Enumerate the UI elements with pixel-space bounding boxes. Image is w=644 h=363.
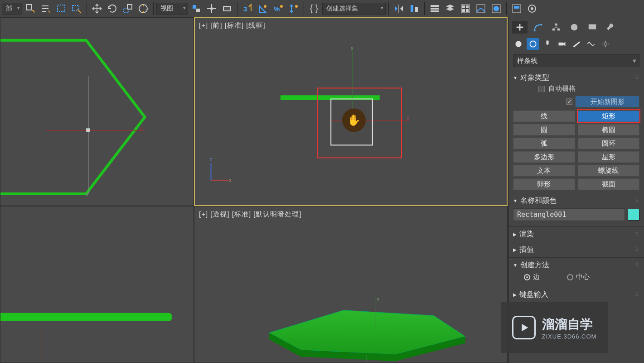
tab-display[interactable] [585,21,600,34]
shape-circle-button[interactable]: 圆 [513,124,575,136]
pan-cursor-icon: ✋ [342,108,366,132]
shape-subcategory-dropdown[interactable]: 样条线 [513,54,639,67]
autogrid-checkbox[interactable] [538,86,545,92]
ref-coord-dropdown[interactable]: 视图 [156,3,188,15]
svg-rect-4 [58,5,65,11]
select-by-name-icon[interactable] [39,1,53,16]
shape-text-button[interactable]: 文本 [513,165,575,177]
mirror-icon[interactable] [392,1,406,16]
shape-rectangle-button[interactable]: 矩形 [578,110,640,122]
layer-explorer-icon[interactable] [427,1,442,16]
svg-text:%: % [274,5,280,13]
rollout-creation-method-header[interactable]: ▼创建方法 ⠿ [513,260,639,270]
angle-snap-icon[interactable] [256,1,270,16]
render-setup-icon[interactable] [509,1,524,16]
cat-helpers-icon[interactable] [570,38,583,50]
rollout-render-header[interactable]: ▶渲染 ⠿ [513,230,639,239]
svg-text:x: x [407,115,409,121]
rectangular-region-icon[interactable] [54,1,68,16]
shape-star-button[interactable]: 星形 [578,151,640,163]
rollout-name-color-header[interactable]: ▼名称和颜色 ⠿ [513,196,639,206]
move-icon[interactable] [90,1,104,16]
tab-create[interactable] [512,21,528,34]
named-selset-braces-icon[interactable]: { } [307,1,321,16]
rollout-interpolation: ▶插值 ⠿ [508,242,644,257]
creation-center-radio[interactable]: 中心 [567,273,590,281]
cat-shapes-icon[interactable] [527,38,539,50]
object-name-input[interactable] [513,208,625,221]
shape-arc-button[interactable]: 弧 [513,137,575,149]
svg-rect-26 [466,5,469,8]
viewport-front[interactable]: [+] [前] [标准] [线框] y x z x ✋ [194,17,508,206]
manipulate-icon[interactable] [204,1,219,16]
material-editor-icon[interactable] [489,1,504,16]
schematic-view-icon[interactable] [474,1,488,16]
shape-line-button[interactable]: 线 [513,110,575,122]
select-object-icon[interactable] [23,1,38,16]
start-new-shape-button[interactable]: 开始新图形 [575,96,639,108]
svg-rect-62 [552,29,555,31]
svg-point-17 [280,5,283,8]
svg-text:z: z [210,157,213,162]
svg-rect-10 [196,9,200,12]
toggle-ribbon-icon[interactable] [443,1,457,16]
rollout-render-title: 渲染 [519,230,534,239]
keyboard-shortcut-icon[interactable] [220,1,234,16]
svg-rect-23 [431,10,439,12]
spinner-snap-icon[interactable] [286,1,301,16]
tab-hierarchy[interactable] [548,21,564,34]
rollout-keyboard-entry-header[interactable]: ▶键盘输入 ⠿ [513,290,639,299]
scale-icon[interactable] [121,1,135,16]
shape-egg-button[interactable]: 卵形 [513,178,575,190]
curve-editor-icon[interactable] [458,1,473,16]
shape-helix-button[interactable]: 螺旋线 [578,165,640,177]
cat-systems-icon[interactable] [599,38,612,50]
percent-snap-icon[interactable]: % [271,1,286,16]
selection-filter-dropdown[interactable]: 部 [2,3,22,15]
render-frame-icon[interactable] [525,1,539,16]
svg-point-31 [494,6,499,11]
tab-modify[interactable] [530,21,546,34]
cat-lights-icon[interactable] [541,38,554,50]
svg-rect-25 [462,5,465,8]
main-toolbar: 部 视图 3 % { [0,0,644,17]
svg-point-11 [210,7,213,10]
shape-ellipse-button[interactable]: 椭圆 [578,124,640,136]
svg-text:x: x [140,125,143,131]
viewport-top[interactable]: x z [0,17,194,206]
shape-section-button[interactable]: 截面 [578,178,640,190]
rollout-keyboard-entry: ▶键盘输入 ⠿ [508,287,644,302]
cat-spacewarps-icon[interactable] [585,38,597,50]
align-icon[interactable] [407,1,421,16]
svg-rect-9 [193,5,196,9]
svg-point-64 [571,24,578,31]
rotate-icon[interactable] [105,1,120,16]
tab-utilities[interactable] [603,21,618,34]
window-crossing-icon[interactable] [69,1,84,16]
viewport-left[interactable] [0,206,194,363]
svg-marker-70 [522,324,528,331]
rollout-interpolation-header[interactable]: ▶插值 ⠿ [513,245,639,255]
creation-edge-radio[interactable]: 边 [524,273,540,281]
svg-point-60 [541,24,542,26]
tab-motion[interactable] [567,21,582,34]
cat-cameras-icon[interactable] [556,38,568,50]
cat-geometry-icon[interactable] [512,38,525,50]
svg-rect-51 [0,313,172,321]
rollout-object-type-title: 对象类型 [520,73,549,83]
shape-ngon-button[interactable]: 多边形 [513,151,575,163]
object-color-swatch[interactable] [628,209,639,221]
svg-rect-20 [415,7,418,12]
shape-donut-button[interactable]: 圆环 [578,137,640,149]
svg-rect-22 [431,8,439,10]
svg-rect-63 [557,29,560,31]
start-new-shape-checkbox[interactable] [566,98,572,105]
selection-set-dropdown[interactable]: 创建选择集 [322,3,386,15]
viewport-perspective[interactable]: [+] [透视] [标准] [默认明暗处理] y [194,206,508,363]
snap-3d-icon[interactable]: 3 [240,1,255,16]
rollout-object-type-header[interactable]: ▼对象类型 ⠿ [513,73,639,83]
svg-text:y: y [377,296,380,301]
svg-rect-33 [514,6,519,9]
placement-icon[interactable] [136,1,150,16]
use-pivot-center-icon[interactable] [189,1,203,16]
